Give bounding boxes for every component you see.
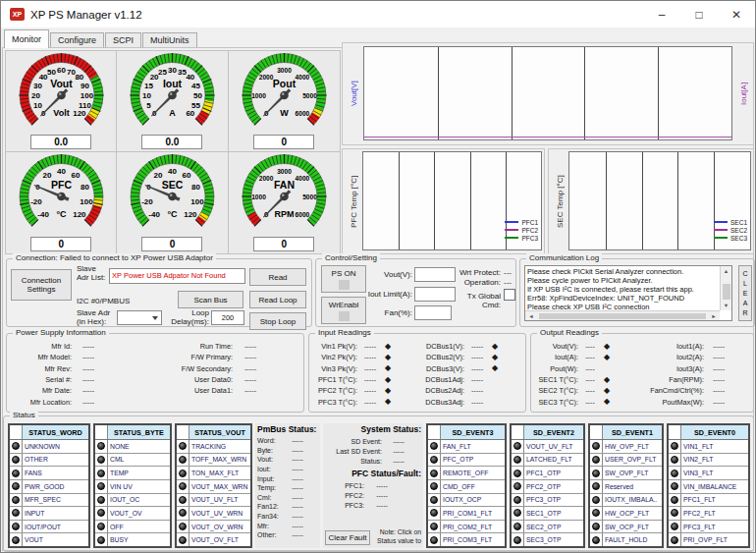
iout-value: 0.0: [141, 135, 202, 149]
status-led-indicator: [97, 482, 105, 490]
reading-value[interactable]: -----: [364, 502, 400, 509]
scroll-left-icon[interactable]: ◄: [525, 311, 537, 321]
led-cell: [590, 440, 603, 453]
reading-value[interactable]: -----: [283, 456, 312, 463]
status-table-header: SD_EVENT0: [669, 425, 748, 440]
led-cell: [512, 494, 524, 507]
status-row: SEC2_OTP: [512, 521, 583, 534]
status-flag-label: SEC3_OTP: [524, 533, 583, 546]
reading-row: Vout(V):----◆: [533, 341, 631, 352]
status-flag-label: PRI_COM1_FLT: [441, 507, 505, 520]
horizontal-scroll-thumb[interactable]: [539, 313, 706, 319]
status-led-indicator: [592, 523, 600, 530]
svg-text:20: 20: [31, 91, 40, 100]
log-line: Please cycle power to PICkit Analyzer.: [527, 276, 718, 285]
reading-row: F/W Primary:-----: [154, 352, 301, 362]
tx-global-cmd-label: Tx Global Cmd:: [450, 292, 501, 309]
status-led-indicator: [97, 442, 105, 450]
reading-value[interactable]: -----: [283, 447, 312, 454]
tx-global-cmd-checkbox[interactable]: [504, 289, 515, 301]
reading-label: Mfr Date:: [11, 386, 72, 395]
adaptor-error-textbox[interactable]: XP Power USB Adpator Not Found: [109, 268, 245, 284]
status-led-indicator: [592, 470, 600, 477]
scan-bus-button[interactable]: Scan Bus: [178, 291, 243, 308]
status-row: VIN UV: [95, 480, 170, 494]
status-row: HW_OVP_FLT: [590, 440, 662, 454]
status-row: IOUTX_IMBALA..: [590, 494, 662, 508]
ps-on-indicator: [339, 280, 350, 290]
reading-value[interactable]: -----: [283, 503, 312, 510]
horizontal-scrollbar[interactable]: ◄ ►: [525, 310, 720, 320]
pfc-temp-chart: PFC Temp [°C] PFC1PFC2PFC3: [342, 148, 545, 254]
read-loop-button[interactable]: Read Loop: [249, 291, 306, 308]
output-readings-right: Iout1(A):-----Iout2(A):-----Iout3(A):---…: [633, 341, 751, 408]
reading-row: DCBus2Adj:-----: [417, 385, 523, 396]
communication-log-textbox[interactable]: Please check PICkit Serial Analyzer conn…: [524, 265, 732, 321]
vout-set-input[interactable]: [414, 267, 456, 282]
wr-enabl-button[interactable]: WrEnabl: [321, 297, 366, 324]
clear-fault-button[interactable]: Clear Fault: [325, 530, 370, 545]
reading-value[interactable]: -----: [283, 494, 312, 501]
slave-adr-combobox[interactable]: [117, 310, 162, 325]
reading-value[interactable]: -----: [283, 531, 312, 538]
reading-value[interactable]: -----: [382, 458, 415, 465]
vertical-scroll-thumb[interactable]: [723, 284, 730, 300]
reading-row: Cml:-----: [257, 493, 318, 503]
led-cell: [590, 533, 603, 546]
led-cell: [428, 521, 441, 533]
minimize-icon[interactable]: –: [643, 1, 680, 28]
reading-value[interactable]: -----: [283, 523, 312, 529]
reading-label: DCBus2Adj:: [417, 386, 464, 395]
reading-value[interactable]: -----: [283, 513, 312, 520]
tab-multiunits[interactable]: MultiUnits: [142, 32, 197, 48]
close-icon[interactable]: ✕: [718, 1, 755, 28]
reading-label: Other:: [257, 531, 283, 538]
status-row: PRI_COM1_FLT: [428, 507, 505, 521]
status-row: PFC1_FLT: [669, 494, 748, 508]
reading-value[interactable]: -----: [382, 448, 415, 455]
led-cell: [428, 533, 441, 546]
status-led-indicator: [430, 442, 438, 450]
reading-value[interactable]: -----: [283, 475, 312, 482]
fan-set-input[interactable]: [414, 305, 452, 320]
tab-configure[interactable]: Configure: [50, 32, 104, 48]
scroll-right-icon[interactable]: ►: [708, 311, 720, 321]
reading-value[interactable]: -----: [364, 482, 400, 489]
iout-axis-label: Iout[A]: [734, 43, 752, 144]
pfc-status-fault-header: PFC Status/Fault:: [325, 469, 421, 478]
clear-log-button[interactable]: CLEAR: [738, 265, 752, 321]
scroll-down-icon[interactable]: ▼: [721, 301, 732, 310]
diamond-indicator: ◆: [604, 398, 610, 406]
ps-on-button[interactable]: PS ON: [321, 265, 366, 293]
reading-row: PFC2:-----: [325, 490, 421, 500]
status-row: PWR_GOOD: [10, 480, 88, 494]
tab-scpi[interactable]: SCPI: [105, 32, 141, 48]
tab-monitor[interactable]: Monitor: [4, 29, 49, 48]
reading-value[interactable]: -----: [283, 437, 312, 444]
operation-value: ---: [504, 278, 512, 287]
status-flag-label: FAN_FLT: [441, 440, 505, 453]
reading-row: Run Time:-----: [154, 341, 301, 352]
status-flag-label: OFF: [108, 521, 170, 533]
reading-label: Cml:: [257, 494, 283, 501]
read-button[interactable]: Read: [249, 268, 306, 286]
status-row: OTHER: [10, 454, 88, 468]
status-led-indicator: [592, 482, 600, 490]
reading-value[interactable]: -----: [382, 438, 415, 445]
connection-settings-button[interactable]: Connection Settings: [11, 269, 72, 301]
status-flag-label: FANS: [23, 467, 88, 479]
reading-value: -----: [233, 375, 268, 384]
scroll-up-icon[interactable]: ▲: [721, 266, 732, 276]
reading-value[interactable]: -----: [364, 492, 400, 499]
maximize-icon[interactable]: □: [680, 1, 718, 28]
led-cell: [177, 521, 189, 533]
vertical-letter: C: [742, 269, 747, 279]
reading-value[interactable]: -----: [283, 484, 312, 491]
stop-loop-button[interactable]: Stop Loop: [249, 312, 306, 330]
pmbus-status-rows: Word:-----Byte:-----Vout:-----Iout:-----…: [257, 436, 318, 540]
loop-delay-input[interactable]: 200: [211, 310, 244, 325]
vertical-scrollbar[interactable]: ▲ ▼: [720, 266, 731, 310]
status-led-indicator: [671, 496, 678, 504]
legend-item: SEC1: [714, 218, 747, 226]
reading-value[interactable]: -----: [283, 466, 312, 472]
